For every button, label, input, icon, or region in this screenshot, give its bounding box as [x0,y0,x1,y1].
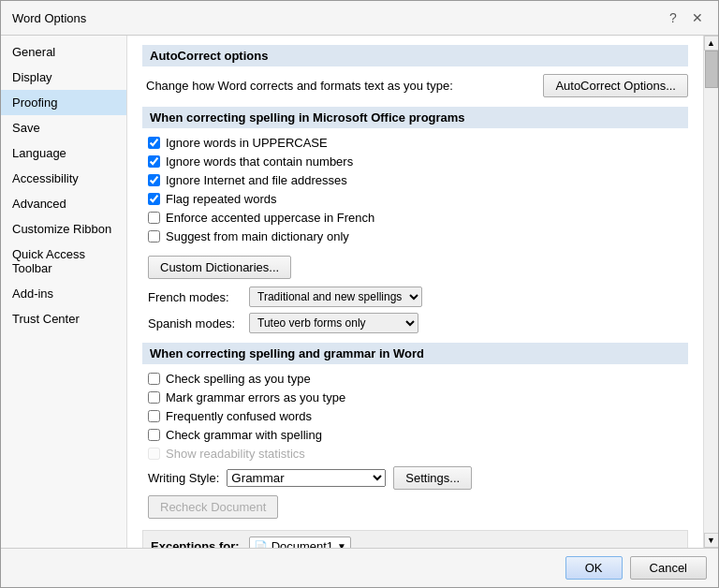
document-icon: 📄 [254,540,268,549]
check-grammar-checkbox[interactable] [148,429,160,441]
enforce-french-checkbox[interactable] [148,212,160,224]
spelling-checkbox-row-enforce-french: Enforce accented uppercase in French [142,211,688,225]
french-modes-select[interactable]: Traditional and new spellingsTraditional… [249,287,422,307]
sidebar-item-add-ins[interactable]: Add-ins [1,281,126,306]
title-controls: ? ✕ [664,8,707,27]
show-readability-checkbox[interactable] [148,448,160,460]
dialog-title: Word Options [12,11,86,25]
sidebar-item-accessibility[interactable]: Accessibility [1,166,126,191]
suggest-main-checkbox[interactable] [148,230,160,243]
exceptions-dropdown-arrow: ▼ [337,541,346,548]
frequently-confused-label: Frequently confused words [166,409,312,423]
sidebar-item-quick-access[interactable]: Quick Access Toolbar [1,242,126,281]
spelling-checkbox-row-ignore-internet: Ignore Internet and file addresses [142,173,688,187]
autocorrect-section-header: AutoCorrect options [142,45,688,66]
sidebar-item-customize-ribbon[interactable]: Customize Ribbon [1,216,126,242]
mark-grammar-label: Mark grammar errors as you type [166,390,345,404]
help-button[interactable]: ? [664,8,682,27]
scroll-track [704,51,718,533]
ok-button[interactable]: OK [565,556,623,580]
spanish-modes-label: Spanish modes: [148,316,242,331]
title-bar: Word Options ? ✕ [1,1,718,36]
enforce-french-label: Enforce accented uppercase in French [166,211,374,225]
flag-repeated-checkbox[interactable] [148,193,160,205]
check-grammar-label: Check grammar with spelling [166,428,322,442]
ignore-uppercase-checkbox[interactable] [148,137,160,149]
close-button[interactable]: ✕ [688,8,707,27]
suggest-main-label: Suggest from main dictionary only [166,229,349,243]
word-checkbox-row-mark-grammar: Mark grammar errors as you type [142,390,688,404]
word-checkboxes-group: ↪Check spelling as you typeMark grammar … [142,372,688,461]
writing-style-label: Writing Style: [148,471,219,485]
check-spelling-label: Check spelling as you type [166,372,311,386]
scroll-thumb[interactable] [705,51,718,88]
autocorrect-label: Change how Word corrects and formats tex… [146,79,453,93]
writing-style-row: Writing Style: GrammarGrammar & Refineme… [148,466,688,490]
ignore-numbers-label: Ignore words that contain numbers [166,154,353,169]
recheck-document-button[interactable]: Recheck Document [148,495,278,519]
word-options-dialog: Word Options ? ✕ GeneralDisplayProofingS… [0,0,719,588]
scroll-up-button[interactable]: ▲ [704,36,719,51]
word-checkbox-row-frequently-confused: Frequently confused words [142,409,688,423]
sidebar-item-display[interactable]: Display [1,65,126,90]
word-checkbox-row-check-spelling: ↪Check spelling as you type [142,372,688,386]
spelling-checkbox-row-ignore-numbers: Ignore words that contain numbers [142,154,688,169]
flag-repeated-label: Flag repeated words [166,192,277,206]
french-modes-row: French modes: Traditional and new spelli… [142,287,688,307]
sidebar-item-language[interactable]: Language [1,140,126,166]
autocorrect-row: Change how Word corrects and formats tex… [142,74,688,97]
autocorrect-options-button[interactable]: AutoCorrect Options... [543,74,688,97]
main-content: AutoCorrect options Change how Word corr… [127,36,703,548]
exceptions-doc-name: Document1 [271,539,333,548]
word-checkbox-row-show-readability: Show readability statistics [142,447,688,461]
sidebar: GeneralDisplayProofingSaveLanguageAccess… [1,36,127,548]
office-spelling-section-header: When correcting spelling in Microsoft Of… [142,107,688,128]
french-modes-label: French modes: [148,290,242,304]
sidebar-item-save[interactable]: Save [1,115,126,140]
frequently-confused-checkbox[interactable] [148,410,160,422]
word-spelling-section-header: When correcting spelling and grammar in … [142,343,688,364]
ignore-uppercase-label: Ignore words in UPPERCASE [166,136,328,150]
spelling-checkboxes-group: Ignore words in UPPERCASEIgnore words th… [142,136,688,243]
scrollbar: ▲ ▼ [703,36,718,548]
spanish-modes-select[interactable]: Tuteo verb forms onlyVoseo verb forms on… [249,313,418,333]
sidebar-item-proofing[interactable]: Proofing [1,90,126,115]
settings-button[interactable]: Settings... [393,466,472,490]
scroll-down-button[interactable]: ▼ [704,533,719,548]
exceptions-row: Exceptions for: 📄 Document1 ▼ [142,530,688,548]
dialog-body: GeneralDisplayProofingSaveLanguageAccess… [1,36,718,548]
writing-style-select[interactable]: GrammarGrammar & RefinementsGrammar & St… [227,469,386,487]
sidebar-item-advanced[interactable]: Advanced [1,191,126,216]
check-spelling-checkbox[interactable] [148,373,160,385]
dialog-footer: OK Cancel [1,548,718,587]
sidebar-item-general[interactable]: General [1,39,126,65]
exceptions-for-label: Exceptions for: [151,539,240,548]
custom-dictionaries-button[interactable]: Custom Dictionaries... [148,256,291,279]
show-readability-label: Show readability statistics [166,447,305,461]
ignore-internet-checkbox[interactable] [148,174,160,186]
cancel-button[interactable]: Cancel [630,556,707,580]
ignore-internet-label: Ignore Internet and file addresses [166,173,347,187]
exceptions-document-select[interactable]: 📄 Document1 ▼ [249,537,351,548]
sidebar-item-trust-center[interactable]: Trust Center [1,306,126,331]
content-area: AutoCorrect options Change how Word corr… [127,36,703,548]
spelling-checkbox-row-flag-repeated: Flag repeated words [142,192,688,206]
word-checkbox-row-check-grammar: Check grammar with spelling [142,428,688,442]
spanish-modes-row: Spanish modes: Tuteo verb forms onlyVose… [142,313,688,333]
ignore-numbers-checkbox[interactable] [148,155,160,168]
spelling-checkbox-row-suggest-main: Suggest from main dictionary only [142,229,688,243]
spelling-checkbox-row-ignore-uppercase: Ignore words in UPPERCASE [142,136,688,150]
mark-grammar-checkbox[interactable] [148,391,160,404]
